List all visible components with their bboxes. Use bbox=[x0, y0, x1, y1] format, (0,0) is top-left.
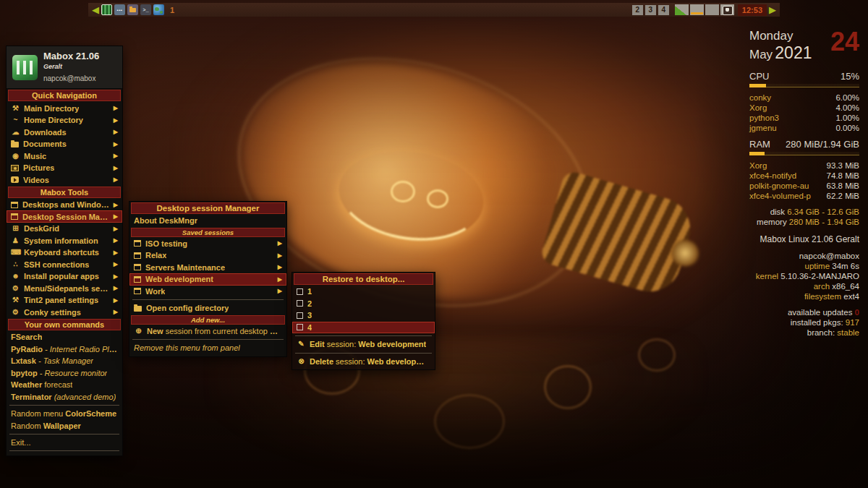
menu-item-label: Videos bbox=[23, 176, 49, 184]
workspace-button-3[interactable]: 3 bbox=[645, 5, 656, 15]
menu-item-label: Delete session: Web development bbox=[310, 357, 430, 366]
panel-clock[interactable]: 12:53 bbox=[738, 4, 767, 16]
process-value: 62.2 MiB bbox=[827, 191, 859, 201]
menu-edition: Geralt bbox=[43, 63, 62, 70]
menu-separator bbox=[9, 405, 119, 406]
info-value: ext4 bbox=[843, 292, 859, 301]
workspace-button-4[interactable]: 4 bbox=[658, 5, 669, 15]
panel-right-arrow-icon[interactable]: ▶ bbox=[769, 5, 776, 14]
terminal-launcher[interactable]: >_ bbox=[140, 4, 151, 15]
menu-item-random-wallpaper[interactable]: Random Wallpaper bbox=[7, 419, 122, 432]
file-manager-launcher[interactable] bbox=[127, 4, 138, 15]
menu-item-label: SSH connections bbox=[24, 260, 89, 269]
menu-item-keyboard-shortcuts[interactable]: ⌨Keyboard shortcuts▶ bbox=[7, 247, 122, 259]
menu-item-exit[interactable]: Exit... bbox=[7, 437, 122, 449]
menu-item-menu-sidepanels-settings[interactable]: ⚙Menu/Sidepanels settings▶ bbox=[7, 282, 122, 294]
restore-item-edit-session-web-development[interactable]: ✎Edit session: Web development bbox=[292, 338, 435, 351]
pictures-icon bbox=[11, 165, 19, 171]
tray-box-icon[interactable] bbox=[720, 4, 734, 15]
menu-item-label: About DeskMngr bbox=[134, 216, 197, 225]
menu-item-label: System information bbox=[24, 236, 98, 245]
submenu-arrow-icon: ▶ bbox=[114, 129, 118, 135]
menu-item-conky-settings[interactable]: ⚙Conky settings▶ bbox=[7, 306, 122, 318]
menu-item-system-information[interactable]: ♟System information▶ bbox=[7, 234, 122, 247]
menu-item-install-popular-apps[interactable]: ☻Install popular apps▶ bbox=[7, 270, 122, 283]
menu-item-weather-forecast[interactable]: Weather forecast bbox=[7, 379, 122, 391]
menu-item-documents[interactable]: Documents▶ bbox=[7, 138, 122, 150]
panel-left-arrow-icon[interactable]: ◀ bbox=[92, 5, 99, 14]
menu-item-music[interactable]: ◉Music▶ bbox=[7, 150, 122, 162]
workspace-button-2[interactable]: 2 bbox=[632, 5, 643, 15]
tray-box-orange-bar[interactable] bbox=[690, 4, 704, 15]
menu-item-deskgrid[interactable]: ⊞DeskGrid▶ bbox=[7, 223, 122, 235]
menu-item-pyradio[interactable]: PyRadio - Internet Radio Player bbox=[7, 343, 122, 355]
menu-item-terminator[interactable]: Terminator (advanced demo) bbox=[7, 390, 122, 403]
taskbar-window-button[interactable]: 1 bbox=[170, 6, 174, 14]
main-menu-header: Mabox 21.06 Geralt napcok@mabox bbox=[7, 46, 122, 89]
menu-item-ssh-connections[interactable]: ∴SSH connections▶ bbox=[7, 258, 122, 270]
submenu-arrow-icon: ▶ bbox=[114, 297, 118, 304]
tray-box-plain[interactable] bbox=[705, 4, 719, 15]
info-value: 6.34 GiB - 12.6 GiB bbox=[787, 207, 859, 216]
distro-line: Mabox Linux 21.06 Geralt bbox=[749, 234, 859, 244]
restore-item-restore-desktop-1[interactable]: 1 bbox=[292, 286, 435, 298]
submenu-arrow-icon: ▶ bbox=[114, 105, 118, 111]
menu-title: Mabox 21.06 bbox=[43, 51, 99, 61]
browser-launcher[interactable] bbox=[153, 4, 164, 15]
submenu-arrow-icon: ▶ bbox=[114, 261, 118, 267]
info-value: 917 bbox=[846, 318, 859, 327]
session-item-session-work[interactable]: Work▶ bbox=[129, 286, 286, 298]
session-item-remove-this-menu-from-panel[interactable]: Remove this menu from panel bbox=[129, 342, 286, 354]
menu-item-bpytop[interactable]: bpytop - Resource monitor bbox=[7, 367, 122, 379]
restore-item-restore-desktop-3[interactable]: 3 bbox=[292, 309, 435, 322]
menu-item-tint2-panel-settings[interactable]: ⚒Tint2 panel settings▶ bbox=[7, 294, 122, 307]
menu-separator bbox=[9, 450, 119, 451]
panel-launchers: •••>_ bbox=[101, 4, 164, 15]
menu-header-add-new: Add new... bbox=[131, 315, 285, 325]
session-item-session-relax[interactable]: Relax▶ bbox=[129, 249, 286, 262]
window-icon bbox=[11, 202, 18, 208]
submenu-arrow-icon: ▶ bbox=[114, 117, 118, 124]
tux-icon: ♟ bbox=[11, 237, 20, 244]
top-panel: ◀ •••>_ 1 234 12:53 ▶ bbox=[88, 3, 780, 17]
menu-item-home-directory[interactable]: ~Home Directory▶ bbox=[7, 114, 122, 127]
menu-item-label: 2 bbox=[307, 299, 312, 308]
menu-item-downloads[interactable]: ☁Downloads▶ bbox=[7, 126, 122, 138]
info-line: disk 6.34 GiB - 12.6 GiB bbox=[749, 207, 859, 217]
restore-item-restore-desktop-2[interactable]: 2 bbox=[292, 298, 435, 310]
menu-item-label: New session from current desktop as ... bbox=[147, 327, 282, 335]
restore-item-restore-desktop-4[interactable]: 4 bbox=[292, 322, 435, 334]
process-row: Xorg4.00% bbox=[749, 103, 859, 113]
session-item-about-deskmngr[interactable]: About DeskMngr bbox=[129, 215, 286, 227]
menu-item-pictures[interactable]: Pictures▶ bbox=[7, 162, 122, 174]
process-row: xfce4-volumed-p62.2 MiB bbox=[749, 191, 859, 201]
menu-item-label: Lxtask - Task Manager bbox=[11, 356, 93, 365]
menu-item-fsearch[interactable]: FSearch bbox=[7, 331, 122, 343]
session-item-session-iso-testing[interactable]: ISO testing▶ bbox=[129, 238, 286, 250]
mabox-menu-launcher[interactable] bbox=[101, 4, 112, 15]
process-name: polkit-gnome-au bbox=[749, 181, 809, 191]
menu-item-desktops-and-windows[interactable]: Desktops and Windows▶ bbox=[7, 199, 122, 211]
info-label: kernel bbox=[756, 272, 781, 281]
menu-item-label: Downloads bbox=[24, 128, 67, 137]
menu-item-desktop-session-manager[interactable]: Desktop Session Manager▶ bbox=[7, 210, 122, 223]
menu-item-label: Keyboard shortcuts bbox=[24, 248, 99, 257]
apps-launcher[interactable]: ••• bbox=[114, 4, 125, 15]
restore-item-delete-session-web-development[interactable]: ⊗Delete session: Web development bbox=[292, 356, 435, 368]
session-item-open-config-directory[interactable]: Open config directory bbox=[129, 302, 286, 314]
menu-item-main-directory[interactable]: ⚒Main Directory▶ bbox=[7, 102, 122, 114]
grid-icon: ⊞ bbox=[11, 225, 20, 232]
session-item-session-web-development[interactable]: Web development▶ bbox=[129, 273, 286, 286]
checkbox-icon bbox=[297, 312, 303, 319]
menu-separator bbox=[295, 353, 432, 354]
process-value: 6.00% bbox=[835, 93, 859, 103]
menu-item-label: Remove this menu from panel bbox=[134, 343, 240, 352]
menu-item-videos[interactable]: Videos▶ bbox=[7, 174, 122, 186]
session-item-new-session-from-current-desktop[interactable]: ⊕New session from current desktop as ... bbox=[129, 325, 286, 338]
tray-box-green-corner[interactable] bbox=[675, 4, 689, 15]
process-row: polkit-gnome-au63.8 MiB bbox=[749, 181, 859, 191]
session-item-session-servers-maintenance[interactable]: Servers Maintenance▶ bbox=[129, 262, 286, 274]
menu-item-lxtask[interactable]: Lxtask - Task Manager bbox=[7, 355, 122, 367]
submenu-arrow-icon: ▶ bbox=[114, 273, 118, 280]
menu-item-random-menu-colorscheme[interactable]: Random menu ColorScheme bbox=[7, 408, 122, 420]
